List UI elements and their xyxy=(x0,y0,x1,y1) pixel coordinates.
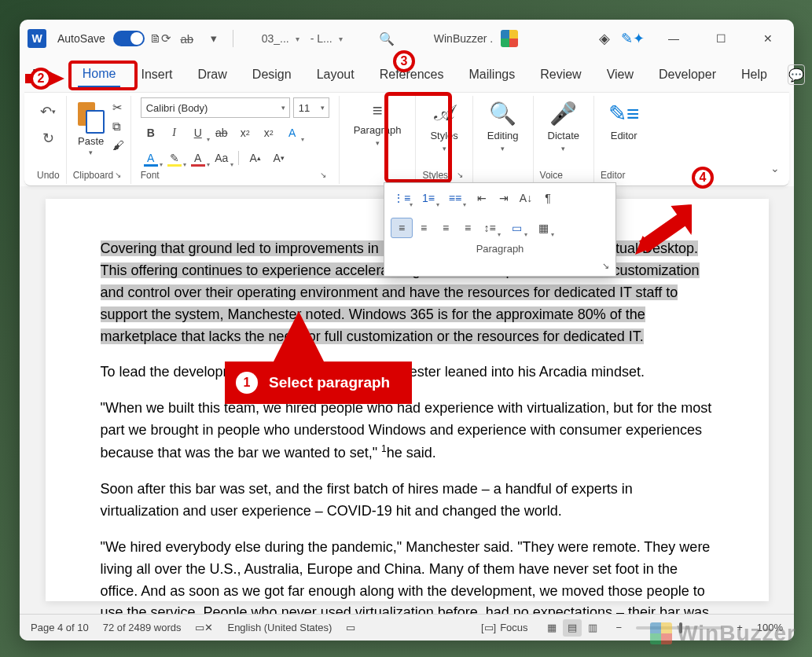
editing-button[interactable]: 🔍 Editing ▾ xyxy=(479,97,527,156)
group-font: Calibri (Body)▾ 11▾ B I U▾ ab x2 x2 A▾ xyxy=(131,96,340,184)
styles-button[interactable]: 𝒜 Styles ▾ xyxy=(422,97,465,156)
clipboard-launcher-icon[interactable]: ↘ xyxy=(115,171,121,179)
chevron-down-icon[interactable]: ▾ xyxy=(339,35,343,43)
font-color-a-button[interactable]: A▾ xyxy=(141,148,161,168)
language-indicator[interactable]: English (United States) xyxy=(227,622,332,633)
group-styles: 𝒜 Styles ▾ Styles ↘ xyxy=(416,96,472,184)
group-editing: 🔍 Editing ▾ xyxy=(473,96,534,184)
winbuzzer-cube-icon xyxy=(650,622,672,644)
subscript-button[interactable]: x2 xyxy=(235,123,255,143)
tab-review[interactable]: Review xyxy=(535,63,586,86)
autosave-label: AutoSave xyxy=(57,32,105,45)
paste-icon xyxy=(78,99,105,134)
paragraph[interactable]: "When we built this team, we hired peopl… xyxy=(101,398,714,464)
group-editor: ✎≡ Editor Editor xyxy=(594,96,653,184)
change-case-button[interactable]: Aa▾ xyxy=(211,148,232,168)
search-icon[interactable]: 🔍 xyxy=(379,31,395,46)
tab-view[interactable]: View xyxy=(602,63,638,86)
callout-1-box: 1 Select paragraph xyxy=(225,362,412,404)
decrease-indent-button[interactable]: ⇤ xyxy=(471,188,493,208)
styles-launcher-icon[interactable]: ↘ xyxy=(457,171,463,179)
justify-button[interactable]: ≡ xyxy=(457,218,479,238)
strikethrough-qat-icon[interactable]: ab xyxy=(176,28,198,50)
callout-4: 4 xyxy=(692,167,714,189)
group-label-editor: Editor xyxy=(601,170,647,182)
close-button[interactable]: ✕ xyxy=(750,24,786,53)
increase-indent-button[interactable]: ⇥ xyxy=(493,188,515,208)
show-paragraph-marks-button[interactable]: ¶ xyxy=(537,188,559,208)
highlight-button[interactable]: ✎▾ xyxy=(164,148,185,168)
microphone-icon: 🎤 xyxy=(549,101,577,127)
align-left-button[interactable]: ≡ xyxy=(391,218,413,238)
font-name-select[interactable]: Calibri (Body)▾ xyxy=(141,97,290,118)
accessibility-icon[interactable]: ▭ xyxy=(346,622,355,633)
document-name[interactable]: 03_... xyxy=(262,32,289,45)
paste-button[interactable]: Paste ▾ xyxy=(73,97,109,158)
font-color-button[interactable]: A▾ xyxy=(188,148,208,168)
italic-button[interactable]: I xyxy=(164,123,185,143)
separator xyxy=(233,30,233,47)
print-layout-icon[interactable]: ▤ xyxy=(563,619,582,637)
group-paragraph: ≡ Paragraph ▾ xyxy=(340,96,417,184)
focus-mode-button[interactable]: [▭] Focus xyxy=(481,622,528,633)
sort-button[interactable]: A↓ xyxy=(515,188,537,208)
shrink-font-button[interactable]: A▾ xyxy=(269,148,289,168)
tab-design[interactable]: Design xyxy=(248,63,296,86)
spellcheck-icon[interactable]: ▭✕ xyxy=(195,622,213,633)
tab-help[interactable]: Help xyxy=(737,63,772,86)
save-icon[interactable]: 🗎⟳ xyxy=(149,28,171,50)
grow-font-button[interactable]: A▴ xyxy=(245,148,266,168)
view-mode-buttons: ▦ ▤ ▥ xyxy=(542,619,602,637)
tab-home[interactable]: Home xyxy=(78,62,121,88)
undo-button[interactable]: ↶▾ xyxy=(37,101,59,123)
paragraph[interactable]: "We hired everybody else during the pand… xyxy=(101,537,714,614)
underline-button[interactable]: U▾ xyxy=(188,123,208,143)
ribbon: ↶▾ ↻ Undo Paste ▾ ✂ ⧉ 🖌 xyxy=(24,92,789,186)
minimize-button[interactable]: — xyxy=(656,24,692,53)
chevron-down-icon[interactable]: ▾ xyxy=(296,35,299,43)
tab-layout[interactable]: Layout xyxy=(312,63,359,86)
font-launcher-icon[interactable]: ↘ xyxy=(320,171,326,179)
diamond-icon[interactable]: ◈ xyxy=(599,30,610,47)
group-undo: ↶▾ ↻ Undo xyxy=(31,96,67,184)
collapse-ribbon-icon[interactable]: ⌄ xyxy=(770,162,780,174)
copy-icon[interactable]: ⧉ xyxy=(112,119,124,134)
maximize-button[interactable]: ☐ xyxy=(703,24,739,53)
paragraph[interactable]: Soon after this bar was set, and the fir… xyxy=(101,479,714,523)
word-app-icon: W xyxy=(28,29,46,48)
wand-icon[interactable]: ✎✦ xyxy=(621,30,645,47)
qat-more-icon[interactable]: ▾ xyxy=(203,28,225,50)
editor-icon: ✎≡ xyxy=(608,101,639,127)
bold-button[interactable]: B xyxy=(141,123,161,143)
superscript-button[interactable]: x2 xyxy=(259,123,279,143)
word-count[interactable]: 72 of 2489 words xyxy=(103,622,182,633)
comments-button[interactable]: 💬 xyxy=(788,64,805,85)
autosave-toggle[interactable] xyxy=(113,31,145,46)
tab-insert[interactable]: Insert xyxy=(136,63,177,86)
page-indicator[interactable]: Page 4 of 10 xyxy=(31,622,89,633)
dictate-button[interactable]: 🎤 Dictate ▾ xyxy=(540,97,587,156)
search-icon: 🔍 xyxy=(489,101,516,127)
editor-button[interactable]: ✎≡ Editor xyxy=(601,97,647,145)
format-painter-icon[interactable]: 🖌 xyxy=(112,138,124,152)
cut-icon[interactable]: ✂ xyxy=(112,101,124,115)
group-label-undo: Undo xyxy=(37,170,60,182)
winbuzzer-watermark: WinBuzzer xyxy=(650,621,796,646)
align-center-button[interactable]: ≡ xyxy=(413,218,435,238)
web-layout-icon[interactable]: ▥ xyxy=(583,619,602,637)
tab-mailings[interactable]: Mailings xyxy=(465,63,520,86)
font-size-select[interactable]: 11▾ xyxy=(293,97,329,118)
strikethrough-button[interactable]: ab xyxy=(211,123,232,143)
zoom-out-icon[interactable]: − xyxy=(616,622,623,633)
paragraph-dropdown-button[interactable]: ≡ Paragraph ▾ xyxy=(346,97,410,150)
read-mode-icon[interactable]: ▦ xyxy=(542,619,561,637)
redo-button[interactable]: ↻ xyxy=(37,127,59,149)
account-name[interactable]: WinBuzzer . xyxy=(434,32,493,45)
group-label-font: Font xyxy=(141,170,329,182)
align-right-button[interactable]: ≡ xyxy=(435,218,457,238)
text-effects-button[interactable]: A▾ xyxy=(282,123,303,143)
winbuzzer-logo-icon xyxy=(501,30,518,47)
tab-developer[interactable]: Developer xyxy=(654,63,721,86)
paragraph-dialog-launcher-icon[interactable]: ↘ xyxy=(602,261,609,271)
tab-draw[interactable]: Draw xyxy=(193,63,231,86)
